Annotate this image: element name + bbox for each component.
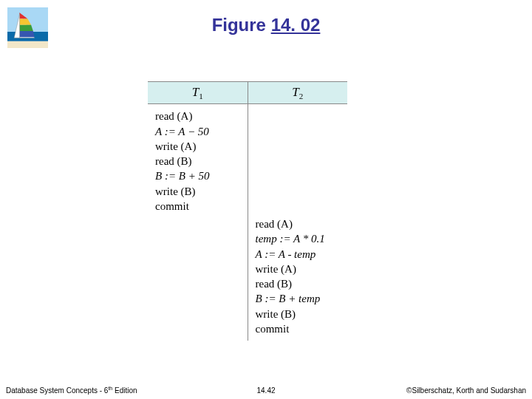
t2-op: A := A - temp: [256, 248, 316, 260]
t2-empty-cell: [248, 104, 347, 215]
t1-op: A := A − 50: [155, 126, 209, 137]
col-header-t2: T2: [248, 82, 347, 104]
t2-op: temp := A * 0.1: [256, 233, 325, 245]
t2-op: read (B): [256, 278, 293, 290]
t1-ops-cell: read (A) A := A − 50 write (A) read (B) …: [148, 104, 248, 215]
t2-op: read (A): [256, 218, 293, 230]
t1-op: B := B + 50: [155, 170, 210, 182]
slide: Figure 14. 02 T1 T2 read (A) A := A − 50…: [0, 0, 532, 399]
t1-op: write (A): [155, 140, 196, 152]
t1-op: commit: [155, 200, 189, 212]
t2-op: commit: [256, 323, 290, 335]
slide-title: Figure 14. 02: [0, 15, 532, 35]
row-t2-block: read (A) temp := A * 0.1 A := A - temp w…: [148, 215, 347, 341]
schedule-figure: T1 T2 read (A) A := A − 50 write (A) rea…: [148, 81, 347, 341]
t1-empty-cell: [148, 215, 248, 341]
t1-op: write (B): [155, 185, 196, 197]
t2-op: write (A): [256, 263, 296, 275]
footer-copyright: ©Silberschatz, Korth and Sudarshan: [406, 386, 526, 395]
t1-op: read (A): [155, 110, 192, 122]
col-header-t1: T1: [148, 82, 248, 104]
schedule-table: T1 T2 read (A) A := A − 50 write (A) rea…: [148, 81, 347, 341]
t2-op: write (B): [256, 308, 296, 320]
t1-op: read (B): [155, 155, 192, 167]
t2-ops-cell: read (A) temp := A * 0.1 A := A - temp w…: [248, 215, 347, 341]
t2-op: B := B + temp: [256, 293, 321, 304]
title-number: 14. 02: [271, 15, 321, 35]
row-t1-block: read (A) A := A − 50 write (A) read (B) …: [148, 104, 347, 215]
svg-rect-2: [7, 41, 48, 48]
header-row: T1 T2: [148, 82, 347, 104]
title-prefix: Figure: [212, 15, 266, 35]
